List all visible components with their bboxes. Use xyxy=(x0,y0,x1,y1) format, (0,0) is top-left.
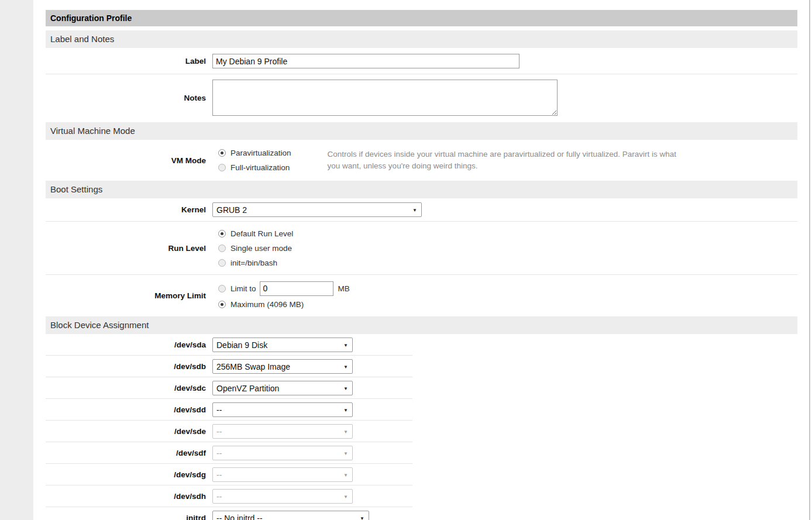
kernel-select[interactable]: GRUB 2 ▼ xyxy=(212,202,422,217)
select-value: OpenVZ Partition xyxy=(216,384,279,393)
section-header-label-and-notes: Label and Notes xyxy=(46,30,797,48)
radio-icon xyxy=(218,230,226,237)
label-input[interactable] xyxy=(212,54,519,68)
select-value: -- xyxy=(216,427,222,436)
radio-icon xyxy=(218,285,226,292)
device-label: /dev/sdh xyxy=(46,492,212,501)
dropdown-arrow-icon: ▼ xyxy=(343,450,348,456)
kernel-label: Kernel xyxy=(46,205,212,214)
memory-limit-row: Memory Limit Limit to MB Maximum (4096 M… xyxy=(46,275,797,316)
device-label: /dev/sdb xyxy=(46,362,212,371)
radio-option-label: Maximum (4096 MB) xyxy=(230,300,304,309)
section-header-virtual-machine-mode: Virtual Machine Mode xyxy=(46,122,797,140)
dropdown-arrow-icon: ▼ xyxy=(343,342,348,347)
memory-limit-input[interactable] xyxy=(260,281,333,296)
device-row-sdd: /dev/sdd -- ▼ xyxy=(46,399,412,421)
dropdown-arrow-icon: ▼ xyxy=(412,207,417,212)
device-row-sdg: /dev/sdg -- ▼ xyxy=(46,464,412,485)
radio-option-limit-to[interactable]: Limit to MB xyxy=(218,280,350,297)
dropdown-arrow-icon: ▼ xyxy=(343,494,348,499)
radio-option-maximum-memory[interactable]: Maximum (4096 MB) xyxy=(218,297,350,312)
radio-option-label: init=/bin/bash xyxy=(230,259,277,267)
vm-mode-options: Paravirtualization Full-virtualization xyxy=(212,146,291,175)
device-select-sdh[interactable]: -- ▼ xyxy=(212,489,353,504)
device-select-sda[interactable]: Debian 9 Disk ▼ xyxy=(212,338,353,352)
radio-option-label: Full-virtualization xyxy=(230,163,290,172)
device-label: /dev/sde xyxy=(46,427,212,436)
label-row: Label xyxy=(46,48,797,74)
memory-limit-label: Memory Limit xyxy=(46,291,212,300)
device-label: /dev/sdf xyxy=(46,449,212,457)
radio-option-full-virtualization[interactable]: Full-virtualization xyxy=(218,160,291,175)
radio-icon xyxy=(218,149,226,157)
label-field-label: Label xyxy=(46,57,212,66)
radio-option-label: Limit to xyxy=(230,284,256,293)
device-label: /dev/sdg xyxy=(46,470,212,479)
dropdown-arrow-icon: ▼ xyxy=(343,429,348,434)
device-select-sdf[interactable]: -- ▼ xyxy=(212,446,353,460)
run-level-label: Run Level xyxy=(46,244,212,253)
memory-unit-label: MB xyxy=(338,284,350,293)
device-row-sde: /dev/sde -- ▼ xyxy=(46,421,412,442)
vm-mode-label: VM Mode xyxy=(46,156,212,165)
radio-option-label: Single user mode xyxy=(230,244,292,253)
device-row-sdc: /dev/sdc OpenVZ Partition ▼ xyxy=(46,377,412,399)
device-row-sdh: /dev/sdh -- ▼ xyxy=(46,485,412,507)
dropdown-arrow-icon: ▼ xyxy=(360,515,364,520)
device-row-sdb: /dev/sdb 256MB Swap Image ▼ xyxy=(46,356,412,377)
device-row-initrd: initrd -- No initrd -- ▼ xyxy=(46,507,412,520)
radio-option-label: Default Run Level xyxy=(230,229,293,238)
dropdown-arrow-icon: ▼ xyxy=(343,364,348,369)
configuration-profile-form: Configuration Profile Label and Notes La… xyxy=(46,10,797,520)
select-value: -- xyxy=(216,470,222,480)
select-value: -- No initrd -- xyxy=(216,514,263,520)
device-row-sdf: /dev/sdf -- ▼ xyxy=(46,442,412,464)
notes-field-label: Notes xyxy=(46,94,212,102)
device-select-sdd[interactable]: -- ▼ xyxy=(212,402,353,417)
radio-icon xyxy=(218,164,226,171)
radio-option-single-user-mode[interactable]: Single user mode xyxy=(218,241,293,256)
device-label: /dev/sda xyxy=(46,340,212,349)
select-value: 256MB Swap Image xyxy=(216,362,290,371)
select-value: -- xyxy=(216,405,222,415)
select-value: -- xyxy=(216,449,222,458)
dropdown-arrow-icon: ▼ xyxy=(343,472,348,477)
page-title: Configuration Profile xyxy=(46,10,797,26)
notes-textarea[interactable] xyxy=(212,80,558,116)
device-label: /dev/sdc xyxy=(46,384,212,392)
section-header-block-device-assignment: Block Device Assignment xyxy=(46,316,797,334)
kernel-row: Kernel GRUB 2 ▼ xyxy=(46,198,797,222)
vm-mode-help-text: Controls if devices inside your virtual … xyxy=(328,149,690,172)
run-level-options: Default Run Level Single user mode init=… xyxy=(212,226,293,270)
device-select-sdb[interactable]: 256MB Swap Image ▼ xyxy=(212,359,353,374)
select-value: -- xyxy=(216,492,222,501)
vm-mode-row: VM Mode Paravirtualization Full-virtuali… xyxy=(46,140,797,181)
dropdown-arrow-icon: ▼ xyxy=(343,407,348,412)
page-right-border xyxy=(809,0,810,520)
device-label: initrd xyxy=(46,514,212,520)
device-label: /dev/sdd xyxy=(46,405,212,414)
notes-row: Notes xyxy=(46,74,797,122)
radio-option-paravirtualization[interactable]: Paravirtualization xyxy=(218,146,291,160)
dropdown-arrow-icon: ▼ xyxy=(343,385,348,391)
device-select-sdg[interactable]: -- ▼ xyxy=(212,467,353,482)
select-value: GRUB 2 xyxy=(216,205,247,215)
device-select-sde[interactable]: -- ▼ xyxy=(212,424,353,439)
radio-option-init-bin-bash[interactable]: init=/bin/bash xyxy=(218,256,293,270)
device-row-sda: /dev/sda Debian 9 Disk ▼ xyxy=(46,334,412,356)
block-device-list: /dev/sda Debian 9 Disk ▼ /dev/sdb 256MB … xyxy=(46,334,412,520)
device-select-initrd[interactable]: -- No initrd -- ▼ xyxy=(212,511,369,520)
run-level-row: Run Level Default Run Level Single user … xyxy=(46,222,797,275)
memory-limit-options: Limit to MB Maximum (4096 MB) xyxy=(212,280,350,312)
radio-option-default-run-level[interactable]: Default Run Level xyxy=(218,226,293,241)
select-value: Debian 9 Disk xyxy=(216,340,267,350)
radio-option-label: Paravirtualization xyxy=(230,149,291,157)
radio-icon xyxy=(218,244,226,252)
device-select-sdc[interactable]: OpenVZ Partition ▼ xyxy=(212,381,353,395)
radio-icon xyxy=(218,301,226,308)
left-gutter xyxy=(0,0,33,520)
section-header-boot-settings: Boot Settings xyxy=(46,181,797,198)
radio-icon xyxy=(218,259,226,267)
